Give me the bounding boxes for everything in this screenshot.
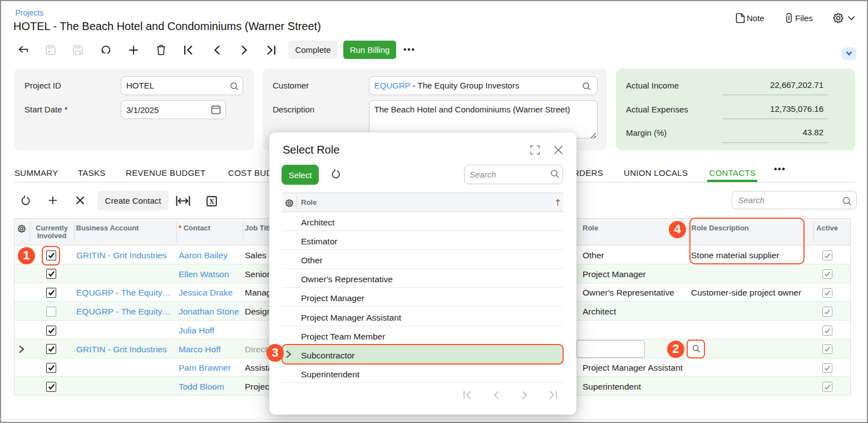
svg-text:X: X	[209, 197, 215, 205]
